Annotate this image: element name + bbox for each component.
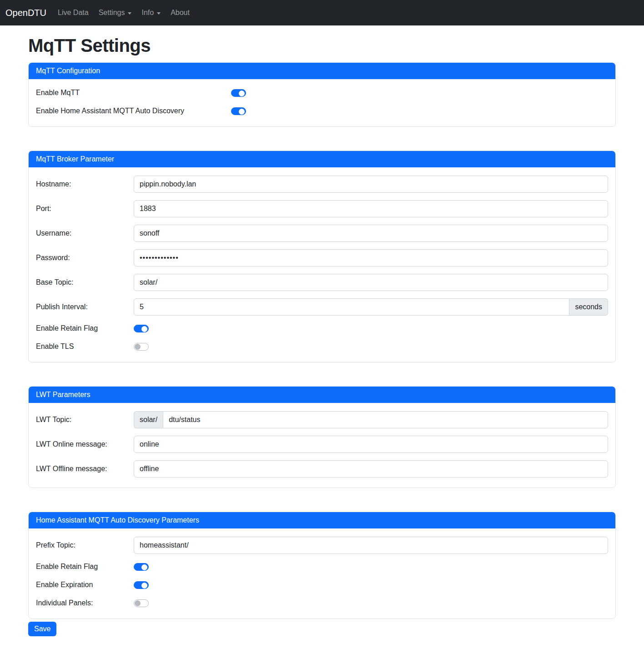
base-topic-label: Base Topic:: [36, 278, 134, 287]
page-title: MqTT Settings: [28, 35, 616, 56]
prefix-topic-input[interactable]: [134, 537, 608, 554]
card-hass-discovery-parameters-body: Prefix Topic: Enable Retain Flag Enable …: [29, 528, 615, 619]
individual-panels-label: Individual Panels:: [36, 599, 134, 607]
nav-item-live-data[interactable]: Live Data: [53, 5, 94, 20]
lwt-offline-row: LWT Offline message:: [36, 460, 608, 478]
retain-flag-label: Enable Retain Flag: [36, 324, 134, 332]
lwt-topic-label: LWT Topic:: [36, 416, 134, 424]
port-row: Port:: [36, 200, 608, 217]
prefix-topic-label: Prefix Topic:: [36, 541, 134, 549]
card-hass-discovery-parameters-header: Home Assistant MQTT Auto Discovery Param…: [29, 512, 615, 528]
chevron-down-icon: [128, 12, 131, 15]
hass-expiration-row: Enable Expiration: [36, 579, 608, 590]
enable-hass-discovery-row: Enable Home Assistant MQTT Auto Discover…: [36, 106, 608, 116]
lwt-online-label: LWT Online message:: [36, 440, 134, 448]
individual-panels-row: Individual Panels:: [36, 598, 608, 609]
chevron-down-icon: [157, 12, 161, 15]
card-lwt-parameters-header: LWT Parameters: [29, 387, 615, 403]
card-mqtt-configuration-header: MqTT Configuration: [29, 63, 615, 79]
card-lwt-parameters-body: LWT Topic: solar/ LWT Online message: LW…: [29, 403, 615, 488]
tls-toggle[interactable]: [134, 343, 149, 351]
password-input[interactable]: [134, 249, 608, 267]
page-container: MqTT Settings MqTT Configuration Enable …: [28, 35, 616, 645]
lwt-online-input[interactable]: [134, 436, 608, 453]
hostname-label: Hostname:: [36, 180, 134, 188]
retain-flag-toggle[interactable]: [134, 325, 149, 332]
nav-item-live-data-label: Live Data: [58, 9, 89, 17]
card-lwt-parameters: LWT Parameters LWT Topic: solar/ LWT Onl…: [28, 386, 616, 488]
tls-row: Enable TLS: [36, 341, 608, 352]
password-row: Password:: [36, 249, 608, 267]
card-hass-discovery-parameters: Home Assistant MQTT Auto Discovery Param…: [28, 512, 616, 619]
card-mqtt-broker-parameter-header: MqTT Broker Parameter: [29, 151, 615, 167]
hass-expiration-toggle[interactable]: [134, 581, 149, 589]
enable-mqtt-row: Enable MqTT: [36, 87, 608, 98]
port-label: Port:: [36, 205, 134, 213]
hostname-input[interactable]: [134, 176, 608, 193]
lwt-online-row: LWT Online message:: [36, 436, 608, 453]
port-input[interactable]: [134, 200, 608, 217]
username-input[interactable]: [134, 225, 608, 242]
enable-hass-discovery-toggle[interactable]: [231, 107, 246, 115]
individual-panels-toggle[interactable]: [134, 599, 149, 607]
username-label: Username:: [36, 229, 134, 237]
nav-item-settings-label: Settings: [99, 9, 125, 17]
nav-item-about-label: About: [171, 9, 190, 17]
retain-flag-row: Enable Retain Flag: [36, 323, 608, 334]
lwt-offline-input[interactable]: [134, 460, 608, 478]
navbar-menu: Live Data Settings Info About: [53, 5, 195, 20]
prefix-topic-row: Prefix Topic:: [36, 537, 608, 554]
nav-item-info-label: Info: [141, 9, 154, 17]
base-topic-row: Base Topic:: [36, 274, 608, 291]
card-mqtt-configuration: MqTT Configuration Enable MqTT Enable Ho…: [28, 62, 616, 127]
password-label: Password:: [36, 254, 134, 262]
base-topic-input[interactable]: [134, 274, 608, 291]
enable-hass-discovery-label: Enable Home Assistant MQTT Auto Discover…: [36, 107, 231, 115]
lwt-topic-prefix-addon: solar/: [134, 411, 163, 428]
hass-retain-flag-row: Enable Retain Flag: [36, 561, 608, 572]
publish-interval-input[interactable]: [134, 298, 569, 316]
publish-interval-label: Publish Interval:: [36, 303, 134, 311]
enable-mqtt-label: Enable MqTT: [36, 89, 231, 97]
publish-interval-row: Publish Interval: seconds: [36, 298, 608, 316]
nav-item-about[interactable]: About: [166, 5, 195, 20]
save-button[interactable]: Save: [28, 622, 56, 636]
lwt-topic-input[interactable]: [163, 411, 608, 428]
lwt-topic-row: LWT Topic: solar/: [36, 411, 608, 428]
hass-retain-flag-toggle[interactable]: [134, 563, 149, 571]
nav-item-settings[interactable]: Settings: [94, 5, 137, 20]
enable-mqtt-toggle[interactable]: [231, 89, 246, 97]
card-mqtt-broker-parameter: MqTT Broker Parameter Hostname: Port: Us…: [28, 151, 616, 362]
navbar-brand[interactable]: OpenDTU: [5, 8, 46, 18]
lwt-offline-label: LWT Offline message:: [36, 465, 134, 473]
hass-retain-flag-label: Enable Retain Flag: [36, 563, 134, 571]
nav-item-info[interactable]: Info: [136, 5, 166, 20]
navbar: OpenDTU Live Data Settings Info About: [0, 0, 644, 25]
card-mqtt-broker-parameter-body: Hostname: Port: Username: Password: Base…: [29, 167, 615, 362]
username-row: Username:: [36, 225, 608, 242]
seconds-unit-addon: seconds: [569, 298, 608, 316]
hostname-row: Hostname:: [36, 176, 608, 193]
hass-expiration-label: Enable Expiration: [36, 581, 134, 589]
card-mqtt-configuration-body: Enable MqTT Enable Home Assistant MQTT A…: [29, 79, 615, 126]
tls-label: Enable TLS: [36, 342, 134, 351]
